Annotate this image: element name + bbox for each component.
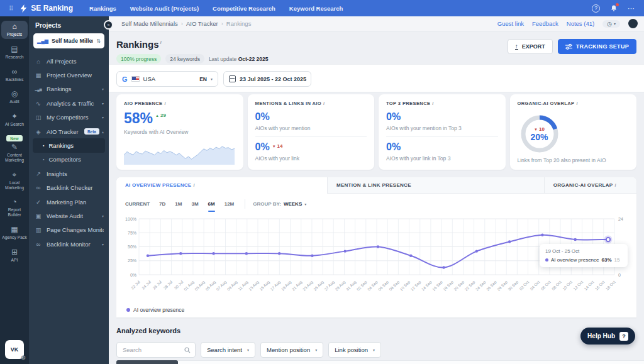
sidebar-item-marketing-plan[interactable]: ✓Marketing Plan	[29, 195, 109, 209]
range-current[interactable]: CURRENT	[125, 201, 150, 207]
breadcrumb-item[interactable]: Self Made Millennials	[121, 20, 178, 27]
home-icon: ⌂	[34, 58, 43, 65]
breadcrumb-item[interactable]: Rankings	[226, 20, 252, 27]
svg-text:28 Sep: 28 Sep	[496, 279, 509, 292]
svg-text:28 Jul: 28 Jul	[162, 280, 173, 290]
sidebar-item-website-audit[interactable]: ▣Website Audit▾	[29, 209, 109, 223]
tab-mention-link-presence[interactable]: MENTION & LINK PRESENCE	[327, 177, 544, 194]
sidebar-item-label: Backlink Checker	[47, 184, 104, 191]
sidebar-item-my-competitors[interactable]: ◫My Competitors▾	[29, 111, 109, 124]
range-7d[interactable]: 7D	[159, 201, 165, 207]
breadcrumb-separator: ›	[218, 20, 226, 27]
sidebar-item-aio-tracker-competitors[interactable]: ▪Competitors	[29, 153, 109, 167]
sidebar-item-aio-tracker-rankings[interactable]: ▪Rankings	[33, 138, 105, 152]
sidebar-item-backlink-checker[interactable]: ∞Backlink Checker	[29, 181, 109, 195]
range-1m[interactable]: 1M	[175, 201, 182, 207]
link-position-dropdown[interactable]: Link position▾	[328, 342, 381, 358]
chevron-down-icon: ▾	[614, 21, 616, 26]
mention-position-dropdown[interactable]: Mention position▾	[260, 342, 323, 358]
info-icon[interactable]: i	[615, 183, 616, 187]
chart-legend[interactable]: AI overview presence	[126, 307, 184, 313]
range-6m[interactable]: 6M	[208, 201, 215, 207]
top3-presence-card: TOP 3 PRESENCEi 0% AIOs with your mentio…	[379, 94, 506, 170]
chevron-down-icon: ▾	[102, 101, 104, 106]
sidebar-item-local-marketing[interactable]: ⌖Local Marketing	[1, 169, 28, 192]
sidebar-item-label: Content Marketing	[1, 153, 28, 163]
top-nav-rankings[interactable]: Rankings	[89, 5, 116, 12]
group-by-dropdown[interactable]: GROUP BY:WEEKS▾	[253, 201, 306, 207]
project-selector-updown-icon: ⇅	[96, 38, 101, 44]
filter-strip: G USA EN ▾ 23 Jul 2025 - 22 Oct 2025	[109, 64, 644, 92]
ai-search-icon: ✦	[11, 113, 18, 121]
info-icon[interactable]: i	[193, 183, 194, 187]
search-engine-selector[interactable]: G USA EN ▾	[116, 71, 218, 87]
sidebar-item-all-projects[interactable]: ⌂All Projects	[29, 54, 109, 68]
se-ranking-logo[interactable]: SE Ranking	[19, 4, 73, 13]
account-avatar[interactable]	[628, 19, 638, 28]
sidebar-item-insights[interactable]: ↗Insights	[29, 167, 109, 180]
info-icon[interactable]: i	[432, 101, 433, 106]
header-buttons: ↑ EXPORT TRACKING SETUP	[508, 39, 636, 54]
svg-text:100%: 100%	[125, 217, 136, 221]
sidebar-item-aio-tracker[interactable]: ◈AIO TrackerBeta▴	[29, 124, 109, 138]
tab-organic-ai-overlap[interactable]: ORGANIC-AI OVERLAPi	[544, 177, 636, 194]
sidebar-item-rankings[interactable]: ▂▄▆Rankings▾	[29, 82, 109, 96]
sidebar-item-backlink-monitor[interactable]: ∞Backlink Monitor▾	[29, 237, 109, 251]
sidebar-item-backlinks[interactable]: ∞Backlinks	[1, 66, 28, 84]
guest-link[interactable]: Guest link	[497, 20, 524, 27]
sidebar-item-project-overview[interactable]: ▦Project Overview	[29, 68, 109, 82]
notes-link[interactable]: Notes (41)	[567, 20, 594, 27]
notifications-bell-icon[interactable]	[610, 4, 618, 12]
chevron-down-icon: ▾	[247, 348, 249, 352]
sidebar-item-analytics-traffic[interactable]: ∿Analytics & Traffic▾	[29, 96, 109, 110]
top3-mention-caption: AIOs with your mention in Top 3	[386, 125, 498, 131]
sidebar-item-page-changes-monitor[interactable]: ▥Page Changes Monitor	[29, 223, 109, 237]
sidebar-item-research[interactable]: ▤Research	[1, 43, 28, 62]
sidebar-item-ai-search[interactable]: ✦AI Search	[1, 111, 28, 129]
search-input[interactable]	[121, 346, 181, 354]
project-selector[interactable]: ▂▄▆ Self Made Millennials ⇅	[33, 33, 104, 48]
info-icon[interactable]: i	[323, 101, 325, 106]
apps-grid-icon[interactable]: ⠿	[9, 5, 13, 12]
top-nav-website-audit-projects-[interactable]: Website Audit (Projects)	[130, 5, 199, 12]
divider	[255, 136, 367, 137]
beta-badge: Beta	[84, 128, 99, 135]
info-icon[interactable]: i	[576, 101, 577, 106]
sidebar-item-agency-pack[interactable]: ▦Agency Pack	[1, 224, 28, 242]
tracking-setup-button[interactable]: TRACKING SETUP	[558, 39, 636, 54]
last-update: Last update Oct-22 2025	[209, 56, 269, 62]
sidebar-item-api[interactable]: ⊞API	[1, 246, 28, 265]
new-badge: New	[6, 135, 22, 141]
usage-gauge-dropdown[interactable]: ◷ ▾	[602, 20, 620, 28]
rankings-icon: ▂▄▆	[34, 87, 43, 91]
export-button[interactable]: ↑ EXPORT	[508, 39, 553, 54]
info-icon[interactable]: i	[160, 40, 162, 45]
links-delta: ▼14	[272, 144, 283, 149]
tab-ai-overview-presence[interactable]: AI OVERVIEW PRESENCEi	[116, 177, 327, 194]
sidebar-collapse-button[interactable]: «	[104, 20, 113, 30]
svg-text:31 Aug: 31 Aug	[345, 279, 358, 292]
sidebar-item-report-builder[interactable]: ◔Report Builder	[1, 196, 28, 219]
sidebar-item-content-marketing[interactable]: ✎Content Marketing	[1, 141, 28, 165]
sidebar-item-label: All Projects	[47, 58, 104, 65]
sidebar-item-projects[interactable]: ⌂Projects	[1, 21, 28, 39]
svg-text:08 Oct: 08 Oct	[551, 280, 562, 291]
header-links: Guest link Feedback Notes (41) ◷ ▾	[497, 19, 638, 28]
svg-text:24 Jul: 24 Jul	[141, 280, 152, 290]
range-12m[interactable]: 12M	[225, 201, 235, 207]
help-icon[interactable]: ?	[592, 4, 600, 13]
user-avatar[interactable]: VK⚙	[5, 340, 24, 359]
sidebar-item-label: Website Audit	[47, 212, 99, 219]
sidebar-item-label: Research	[1, 55, 28, 60]
top-nav-competitive-research[interactable]: Competitive Research	[213, 5, 275, 12]
range-3m[interactable]: 3M	[191, 201, 198, 207]
info-icon[interactable]: i	[164, 101, 165, 106]
help-hub-button[interactable]: Help Hub ?	[580, 328, 635, 345]
search-intent-dropdown[interactable]: Search intent▾	[201, 342, 255, 358]
date-range-picker[interactable]: 23 Jul 2025 - 22 Oct 2025	[223, 71, 311, 87]
sidebar-item-audit[interactable]: ◎Audit	[1, 88, 28, 106]
top-nav-keyword-research[interactable]: Keyword Research	[289, 5, 343, 12]
feedback-link[interactable]: Feedback	[532, 20, 558, 27]
breadcrumb-item[interactable]: AIO Tracker	[186, 20, 218, 27]
more-menu-icon[interactable]: ⋯	[628, 4, 635, 13]
